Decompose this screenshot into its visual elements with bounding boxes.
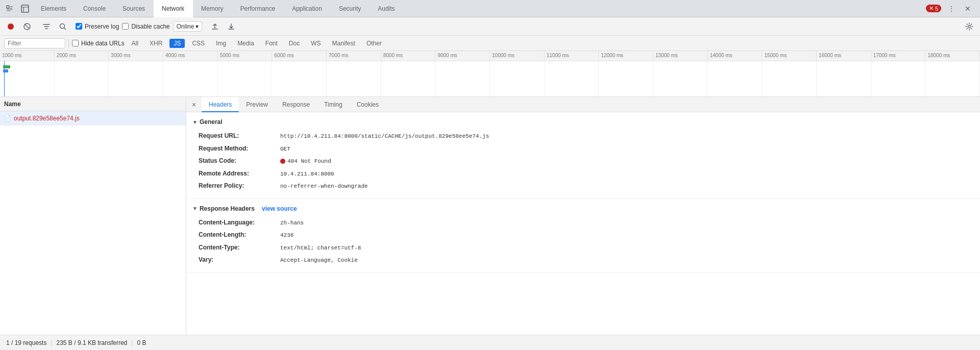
detail-close-button[interactable]: ×: [186, 97, 202, 112]
hide-data-urls-checkbox[interactable]: [72, 40, 79, 46]
tab-cookies[interactable]: Cookies: [350, 97, 386, 112]
record-button[interactable]: [4, 20, 17, 33]
tab-headers[interactable]: Headers: [202, 97, 239, 112]
detail-tab-bar: × Headers Preview Response Timing Cookie…: [186, 97, 980, 112]
response-headers-section-header[interactable]: ▼ Response Headers view source: [186, 203, 980, 214]
upload-icon[interactable]: [208, 20, 222, 33]
response-headers-arrow-icon: ▼: [192, 206, 198, 211]
filter-type-ws[interactable]: WS: [307, 39, 325, 48]
more-options-icon[interactable]: ⋮: [945, 3, 958, 15]
detail-panel: × Headers Preview Response Timing Cookie…: [186, 97, 980, 335]
svg-point-7: [968, 25, 971, 28]
timeline-col: [272, 61, 327, 96]
filter-type-all[interactable]: All: [128, 39, 142, 48]
remote-address-row: Remote Address: 10.4.211.84:8000: [186, 167, 980, 180]
tab-performance[interactable]: Performance: [232, 0, 284, 17]
svg-point-2: [8, 23, 14, 30]
general-section-header[interactable]: ▼ General: [186, 116, 980, 128]
filter-type-css[interactable]: CSS: [188, 39, 209, 48]
filter-type-img[interactable]: Img: [212, 39, 230, 48]
timeline-col: [545, 61, 599, 96]
response-headers-body: Content-Language: zh-hans Content-Length…: [186, 214, 980, 268]
tab-sources[interactable]: Sources: [114, 0, 154, 17]
tab-response[interactable]: Response: [275, 97, 317, 112]
tab-audits[interactable]: Audits: [370, 0, 403, 17]
svg-point-5: [60, 23, 65, 28]
timeline-tick: 14000 ms: [708, 51, 763, 61]
tab-timing[interactable]: Timing: [317, 97, 350, 112]
clear-button[interactable]: [20, 20, 34, 33]
timeline-tick: 4000 ms: [163, 51, 218, 61]
view-source-button[interactable]: view source: [262, 205, 297, 212]
tab-elements[interactable]: Elements: [33, 0, 75, 17]
timeline-tick: 18000 ms: [925, 51, 980, 61]
timeline-tick: 12000 ms: [599, 51, 653, 61]
disable-cache-label[interactable]: Disable cache: [122, 23, 169, 30]
tab-bar-left: Elements Console Sources Network Memory …: [2, 0, 404, 17]
tab-preview[interactable]: Preview: [239, 97, 275, 112]
tab-network[interactable]: Network: [154, 0, 193, 17]
timeline-col: [653, 61, 708, 96]
svg-rect-1: [21, 5, 29, 12]
timeline-col: [490, 61, 545, 96]
filter-type-other[interactable]: Other: [362, 39, 386, 48]
preserve-log-checkbox[interactable]: [76, 23, 82, 30]
devtools-inspect-icon[interactable]: [2, 3, 17, 15]
online-select[interactable]: Online ▾: [173, 21, 203, 32]
devtools-layout-icon[interactable]: [17, 3, 33, 15]
tab-security[interactable]: Security: [331, 0, 370, 17]
list-item[interactable]: 📄 output.829e58ee5e74.js: [0, 111, 186, 126]
content-length-key: Content-Length:: [199, 230, 280, 239]
response-header-row: Vary: Accept-Language, Cookie: [186, 254, 980, 266]
timeline-grid: [0, 61, 980, 96]
requests-count: 1 / 19 requests: [6, 339, 46, 346]
hide-data-urls-label[interactable]: Hide data URLs: [72, 40, 125, 47]
disable-cache-checkbox[interactable]: [122, 23, 129, 30]
search-icon[interactable]: [56, 20, 69, 33]
filter-type-media[interactable]: Media: [233, 39, 258, 48]
tab-application[interactable]: Application: [284, 0, 331, 17]
file-name: output.829e58ee5e74.js: [14, 115, 80, 122]
request-url-key: Request URL:: [199, 131, 280, 140]
error-count: 5: [935, 6, 938, 12]
timeline-col: [55, 61, 109, 96]
vary-key: Vary:: [199, 255, 280, 264]
response-header-row: Content-Type: text/html; charset=utf-8: [186, 241, 980, 254]
transferred-size: 235 B / 9.1 KB transferred: [57, 339, 128, 346]
timeline-tick: 3000 ms: [109, 51, 163, 61]
error-x-icon: ✕: [929, 5, 934, 12]
timeline-bar-green: [3, 65, 10, 68]
response-header-row: Content-Language: zh-hans: [186, 216, 980, 229]
filter-icon[interactable]: [40, 20, 53, 33]
timeline-col: [163, 61, 218, 96]
timeline-bar-blue: [3, 69, 8, 72]
close-devtools-icon[interactable]: ✕: [962, 3, 974, 15]
response-headers-section-label: Response Headers: [200, 205, 255, 212]
settings-icon[interactable]: [963, 20, 976, 33]
preserve-log-label[interactable]: Preserve log: [76, 23, 119, 30]
content-language-key: Content-Language:: [199, 218, 280, 227]
filter-type-xhr[interactable]: XHR: [145, 39, 166, 48]
tab-bar: Elements Console Sources Network Memory …: [0, 0, 980, 17]
filter-input[interactable]: [4, 38, 65, 48]
timeline-col: [708, 61, 763, 96]
timeline-tick: 7000 ms: [327, 51, 381, 61]
tab-console[interactable]: Console: [75, 0, 114, 17]
name-header: Name: [0, 97, 186, 111]
timeline: 1000 ms2000 ms3000 ms4000 ms5000 ms6000 …: [0, 51, 980, 97]
status-sep-1: |: [51, 339, 52, 346]
referrer-policy-key: Referrer Policy:: [199, 181, 280, 190]
filter-type-manifest[interactable]: Manifest: [328, 39, 359, 48]
filter-type-font[interactable]: Font: [261, 39, 282, 48]
error-count-badge[interactable]: ✕ 5: [926, 5, 941, 12]
toolbar: Preserve log Disable cache Online ▾: [0, 17, 980, 36]
referrer-policy-val: no-referrer-when-downgrade: [280, 182, 368, 191]
timeline-col: [817, 61, 871, 96]
timeline-col: [218, 61, 273, 96]
timeline-col: [109, 61, 163, 96]
filter-type-doc[interactable]: Doc: [285, 39, 304, 48]
filter-type-js[interactable]: JS: [169, 39, 185, 48]
tab-memory[interactable]: Memory: [193, 0, 232, 17]
download-icon[interactable]: [225, 20, 238, 33]
content-type-key: Content-Type:: [199, 243, 280, 252]
